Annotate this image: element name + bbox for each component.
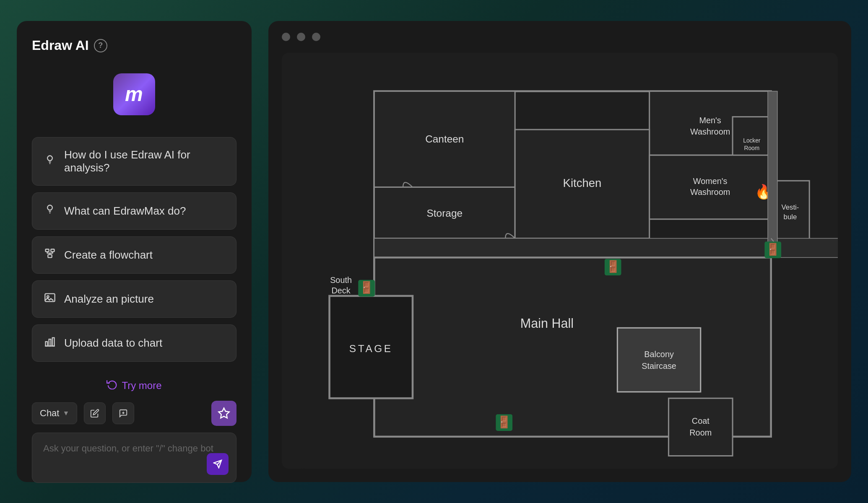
try-more-button[interactable]: Try more (32, 379, 236, 392)
left-panel: Edraw AI ? m How do I use Edraw AI for a… (17, 21, 252, 482)
suggestion-item-edrawmax[interactable]: What can EdrawMax do? (32, 192, 236, 230)
flowchart-icon (44, 248, 56, 262)
picture-icon (44, 292, 56, 306)
suggestion-text-picture: Analyze an picture (64, 293, 154, 306)
svg-text:Deck: Deck (331, 286, 350, 295)
right-panel: Canteen Men's Washroom Locker Room Stora… (268, 21, 851, 482)
svg-text:🚪: 🚪 (359, 280, 374, 294)
svg-text:🚪: 🚪 (497, 415, 512, 429)
svg-point-2 (47, 205, 52, 210)
svg-text:Room: Room (744, 145, 760, 151)
svg-text:bule: bule (784, 213, 797, 221)
svg-text:South: South (330, 275, 352, 285)
suggestion-text-analysis: How do I use Edraw AI for analysis? (64, 148, 224, 174)
suggestion-text-chart: Upload data to chart (64, 337, 162, 350)
suggestion-item-analysis[interactable]: How do I use Edraw AI for analysis? (32, 137, 236, 186)
svg-text:Main Hall: Main Hall (520, 316, 574, 330)
svg-text:Coat: Coat (692, 416, 709, 425)
help-icon-button[interactable]: ? (94, 39, 107, 52)
svg-text:m: m (125, 83, 143, 105)
chat-input-area[interactable]: Ask your question, or enter "/" change b… (32, 433, 236, 483)
svg-text:Canteen: Canteen (425, 133, 464, 145)
svg-text:🚪: 🚪 (606, 259, 621, 273)
floor-plan-container: Canteen Men's Washroom Locker Room Stora… (282, 53, 838, 469)
svg-text:Room: Room (689, 428, 712, 437)
chevron-down-icon: ▼ (62, 410, 69, 417)
logo-box: m (113, 73, 155, 115)
window-controls (268, 21, 851, 53)
window-dot-3 (312, 33, 320, 41)
suggestion-text-edrawmax: What can EdrawMax do? (64, 205, 186, 218)
svg-rect-3 (46, 249, 49, 252)
logo-container: m (32, 73, 236, 115)
svg-text:Vesti-: Vesti- (781, 203, 799, 211)
ai-mode-button[interactable] (211, 401, 236, 426)
svg-rect-8 (46, 342, 48, 346)
chat-controls: Chat ▼ (32, 401, 236, 483)
floor-plan-svg: Canteen Men's Washroom Locker Room Stora… (282, 53, 838, 469)
svg-text:Women's: Women's (693, 176, 728, 186)
chat-label: Chat (40, 408, 59, 419)
svg-text:Balcony: Balcony (644, 350, 674, 359)
try-more-label: Try more (122, 380, 161, 392)
chat-top-bar: Chat ▼ (32, 401, 236, 426)
panel-title: Edraw AI (32, 38, 89, 53)
svg-rect-9 (49, 339, 51, 346)
window-dot-2 (297, 33, 305, 41)
refresh-icon (107, 379, 117, 392)
edit-icon-button[interactable] (84, 402, 106, 424)
svg-text:Storage: Storage (427, 207, 463, 219)
suggestion-item-flowchart[interactable]: Create a flowchart (32, 236, 236, 274)
suggestion-item-picture[interactable]: Analyze an picture (32, 280, 236, 318)
panel-header: Edraw AI ? (32, 38, 236, 53)
suggestion-item-chart[interactable]: Upload data to chart (32, 324, 236, 362)
svg-text:Kitchen: Kitchen (563, 176, 602, 189)
chart-icon (44, 336, 56, 350)
window-dot-1 (282, 33, 290, 41)
svg-text:Men's: Men's (699, 116, 721, 125)
svg-rect-4 (51, 249, 54, 252)
chat-input-placeholder: Ask your question, or enter "/" change b… (43, 443, 225, 454)
new-chat-icon-button[interactable] (112, 402, 134, 424)
svg-point-1 (47, 156, 52, 161)
suggestion-text-flowchart: Create a flowchart (64, 249, 153, 262)
svg-marker-13 (219, 408, 229, 418)
chat-dropdown[interactable]: Chat ▼ (32, 402, 77, 424)
svg-rect-5 (48, 254, 52, 257)
lightbulb-icon-2 (44, 204, 56, 218)
svg-rect-47 (668, 398, 733, 456)
svg-text:Washroom: Washroom (690, 187, 730, 197)
svg-point-7 (47, 296, 49, 298)
svg-rect-44 (617, 328, 700, 392)
svg-rect-57 (768, 91, 777, 245)
send-button[interactable] (207, 453, 229, 475)
svg-text:Locker: Locker (743, 137, 761, 144)
logo-svg: m (122, 82, 147, 107)
svg-text:Staircase: Staircase (642, 361, 676, 371)
svg-rect-10 (52, 338, 55, 346)
suggestions-list: How do I use Edraw AI for analysis? What… (32, 137, 236, 362)
svg-text:Washroom: Washroom (690, 127, 730, 136)
lightbulb-icon-1 (44, 154, 56, 169)
svg-text:STAGE: STAGE (349, 343, 393, 354)
svg-text:🚪: 🚪 (766, 242, 780, 256)
